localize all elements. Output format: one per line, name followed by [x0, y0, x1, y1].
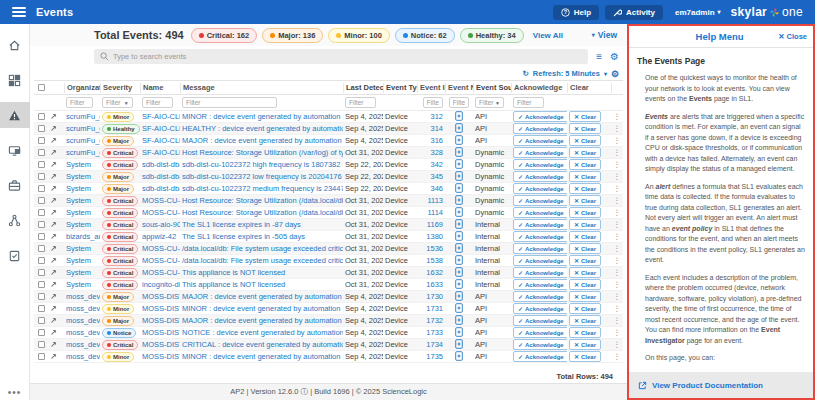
- row-menu-kebab-icon[interactable]: ⋮: [611, 208, 623, 217]
- summary-badge-critical[interactable]: Critical: 162: [191, 28, 258, 43]
- row-checkbox[interactable]: [38, 317, 45, 324]
- device-name-link[interactable]: sdb-dist-db-10: [140, 160, 180, 169]
- acknowledge-button[interactable]: ✓Acknowledge: [513, 327, 567, 338]
- clear-button[interactable]: ✕Clear: [569, 291, 601, 302]
- row-checkbox[interactable]: [38, 281, 45, 288]
- clear-button[interactable]: ✕Clear: [569, 123, 601, 134]
- event-note-cell[interactable]: [445, 303, 473, 315]
- acknowledge-button[interactable]: ✓Acknowledge: [513, 279, 567, 290]
- view-all-link[interactable]: View All: [533, 31, 563, 40]
- event-id-link[interactable]: 342: [417, 160, 445, 169]
- filter-organization-input[interactable]: [66, 97, 93, 108]
- table-row[interactable]: ↗ scrumFu_devic Healthy SF-AIO-CLEON HEA…: [34, 123, 623, 135]
- row-menu-kebab-icon[interactable]: ⋮: [611, 340, 623, 349]
- refresh-settings-gear-icon[interactable]: ⚙: [611, 69, 619, 79]
- event-note-cell[interactable]: [445, 231, 473, 243]
- device-name-link[interactable]: MOSS-CU-3-6: [140, 208, 180, 217]
- event-message-link[interactable]: The SL1 license expires in -87 days: [180, 220, 343, 229]
- refresh-icon[interactable]: ↻: [523, 69, 529, 78]
- event-id-link[interactable]: 1632: [417, 268, 445, 277]
- event-message-link[interactable]: /data.local/db: File system usage exceed…: [180, 244, 343, 253]
- acknowledge-button[interactable]: ✓Acknowledge: [513, 111, 567, 122]
- event-note-cell[interactable]: [445, 135, 473, 147]
- row-checkbox[interactable]: [38, 125, 45, 132]
- organization-link[interactable]: moss_device_a: [64, 304, 100, 313]
- device-name-link[interactable]: MOSS-DIST-3-: [140, 316, 180, 325]
- filter-event-source-select[interactable]: Filter▼: [475, 97, 504, 108]
- organization-link[interactable]: System: [64, 244, 100, 253]
- user-menu[interactable]: em7admin ▾: [675, 8, 721, 17]
- event-id-link[interactable]: 314: [417, 124, 445, 133]
- organization-link[interactable]: moss_device_a: [64, 316, 100, 325]
- table-row[interactable]: ↗ System Critical incognito-dist This ap…: [34, 279, 623, 291]
- expand-row-icon[interactable]: ↗: [48, 172, 64, 181]
- event-message-link[interactable]: This appliance is NOT licensed: [180, 280, 343, 289]
- event-id-link[interactable]: 1169: [417, 220, 445, 229]
- sidebar-item-devices[interactable]: [0, 137, 30, 163]
- table-row[interactable]: ↗ bizards_autom Critical appwiz-42 The S…: [34, 231, 623, 243]
- column-header-message[interactable]: Message: [180, 83, 343, 93]
- summary-badge-major[interactable]: Major: 136: [262, 28, 323, 43]
- acknowledge-button[interactable]: ✓Acknowledge: [513, 315, 567, 326]
- clear-button[interactable]: ✕Clear: [569, 135, 601, 146]
- column-header-event-note[interactable]: Event Note: [445, 83, 473, 93]
- table-row[interactable]: ↗ System Critical MOSS-CU-3-6 /data.loca…: [34, 255, 623, 267]
- event-note-cell[interactable]: [445, 147, 473, 159]
- table-row[interactable]: ↗ moss_device_a Notice MOSS-DIST-3- NOTI…: [34, 327, 623, 339]
- table-row[interactable]: ↗ scrumFu_devic Minor SF-AIO-CLEON MINOR…: [34, 111, 623, 123]
- expand-row-icon[interactable]: ↗: [48, 256, 64, 265]
- column-header-event-type[interactable]: Event Type: [383, 83, 417, 93]
- event-note-cell[interactable]: [445, 195, 473, 207]
- row-checkbox[interactable]: [38, 257, 45, 264]
- event-note-cell[interactable]: [445, 183, 473, 195]
- event-message-link[interactable]: Host Resource: Storage Utilization (/var…: [180, 148, 343, 157]
- event-message-link[interactable]: Host Resource: Storage Utilization (/dat…: [180, 196, 343, 205]
- event-message-link[interactable]: CRITICAL : device event generated by aut…: [180, 340, 343, 349]
- acknowledge-button[interactable]: ✓Acknowledge: [513, 339, 567, 350]
- expand-row-icon[interactable]: ↗: [48, 184, 64, 193]
- event-id-link[interactable]: 312: [417, 112, 445, 121]
- clear-button[interactable]: ✕Clear: [569, 279, 601, 290]
- clear-button[interactable]: ✕Clear: [569, 243, 601, 254]
- device-name-link[interactable]: MOSS-CU-3-6: [140, 244, 180, 253]
- event-id-link[interactable]: 316: [417, 136, 445, 145]
- event-note-cell[interactable]: [445, 267, 473, 279]
- event-message-link[interactable]: MINOR : device event generated by automa…: [180, 304, 343, 313]
- row-menu-kebab-icon[interactable]: ⋮: [611, 256, 623, 265]
- sidebar-more-icon[interactable]: •••: [8, 387, 22, 398]
- event-message-link[interactable]: MAJOR : device event generated by automa…: [180, 136, 343, 145]
- event-id-link[interactable]: 1536: [417, 244, 445, 253]
- table-row[interactable]: ↗ System Critical sous-aio-90 The SL1 li…: [34, 219, 623, 231]
- event-id-link[interactable]: 345: [417, 172, 445, 181]
- row-menu-kebab-icon[interactable]: ⋮: [611, 172, 623, 181]
- filter-acknowledge-input[interactable]: [513, 97, 544, 108]
- expand-row-icon[interactable]: ↗: [48, 352, 64, 361]
- clear-button[interactable]: ✕Clear: [569, 327, 601, 338]
- row-menu-kebab-icon[interactable]: ⋮: [611, 268, 623, 277]
- summary-badge-minor[interactable]: Minor: 100: [328, 28, 390, 43]
- row-checkbox[interactable]: [38, 293, 45, 300]
- clear-button[interactable]: ✕Clear: [569, 159, 601, 170]
- event-message-link[interactable]: The SL1 license expires in -505 days: [180, 232, 343, 241]
- sidebar-item-dashboards[interactable]: [0, 67, 30, 93]
- expand-row-icon[interactable]: ↗: [48, 112, 64, 121]
- sidebar-item-maps[interactable]: [0, 207, 30, 233]
- row-menu-kebab-icon[interactable]: ⋮: [611, 112, 623, 121]
- row-menu-kebab-icon[interactable]: ⋮: [611, 352, 623, 361]
- device-name-link[interactable]: MOSS-CU-3-6: [140, 268, 180, 277]
- organization-link[interactable]: scrumFu_devic: [64, 148, 100, 157]
- acknowledge-button[interactable]: ✓Acknowledge: [513, 243, 567, 254]
- column-header-event-source[interactable]: Event Source: [473, 83, 511, 93]
- expand-row-icon[interactable]: ↗: [48, 160, 64, 169]
- event-note-cell[interactable]: [445, 219, 473, 231]
- event-note-cell[interactable]: [445, 315, 473, 327]
- column-header-severity[interactable]: Severity: [100, 83, 140, 93]
- expand-row-icon[interactable]: ↗: [48, 292, 64, 301]
- organization-link[interactable]: moss_device_a: [64, 352, 100, 361]
- expand-row-icon[interactable]: ↗: [48, 136, 64, 145]
- table-row[interactable]: ↗ moss_device_a Minor MOSS-DIST-3- MINOR…: [34, 351, 623, 363]
- table-row[interactable]: ↗ moss_device_a Major MOSS-DIST-3- MAJOR…: [34, 291, 623, 303]
- column-header-acknowledge[interactable]: Acknowledge: [511, 83, 567, 93]
- event-message-link[interactable]: sdb-dist-cu-1022372 high frequency is 18…: [180, 160, 343, 169]
- row-checkbox[interactable]: [38, 197, 45, 204]
